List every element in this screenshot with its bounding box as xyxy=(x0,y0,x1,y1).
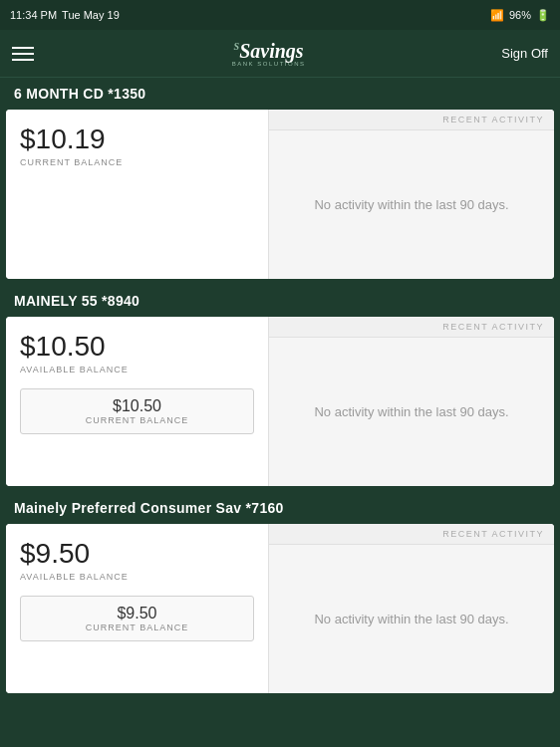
battery-icon: 🔋 xyxy=(536,9,550,22)
wifi-icon: 📶 xyxy=(490,9,504,22)
balance-label-3: AVAILABLE BALANCE xyxy=(20,572,254,582)
battery-percent: 96% xyxy=(509,9,531,21)
hamburger-line-2 xyxy=(12,53,34,55)
account-title-3: Mainely Preferred Consumer Sav *7160 xyxy=(0,492,560,524)
account-section-1: 6 MONTH CD *1350 $10.19 CURRENT BALANCE … xyxy=(0,78,560,279)
account-card-1[interactable]: $10.19 CURRENT BALANCE RECENT ACTIVITY N… xyxy=(6,110,554,279)
recent-activity-header-3: RECENT ACTIVITY xyxy=(269,524,554,545)
recent-activity-header-1: RECENT ACTIVITY xyxy=(269,110,554,130)
current-balance-box-3: $9.50 CURRENT BALANCE xyxy=(20,596,254,641)
account-section-2: MAINELY 55 *8940 $10.50 AVAILABLE BALANC… xyxy=(0,285,560,486)
card-left-1: $10.19 CURRENT BALANCE xyxy=(6,110,269,279)
hamburger-line-3 xyxy=(12,59,34,61)
status-bar: 11:34 PM Tue May 19 📶 96% 🔋 xyxy=(0,0,560,30)
no-activity-text-3: No activity within the last 90 days. xyxy=(269,545,554,693)
account-card-3[interactable]: $9.50 AVAILABLE BALANCE $9.50 CURRENT BA… xyxy=(6,524,554,693)
logo-main: SSavings xyxy=(234,41,304,61)
card-left-3: $9.50 AVAILABLE BALANCE $9.50 CURRENT BA… xyxy=(6,524,269,693)
hamburger-line-1 xyxy=(12,47,34,49)
card-right-2: RECENT ACTIVITY No activity within the l… xyxy=(269,317,554,486)
card-right-3: RECENT ACTIVITY No activity within the l… xyxy=(269,524,554,693)
accounts-content: 6 MONTH CD *1350 $10.19 CURRENT BALANCE … xyxy=(0,78,560,747)
current-balance-amount-2: $10.50 xyxy=(31,397,243,415)
balance-label-1: CURRENT BALANCE xyxy=(20,157,254,167)
app-header: SSavings Bank Solutions Sign Off xyxy=(0,30,560,78)
balance-amount-2: $10.50 xyxy=(20,331,254,363)
recent-activity-header-2: RECENT ACTIVITY xyxy=(269,317,554,338)
status-left: 11:34 PM Tue May 19 xyxy=(10,9,120,21)
card-right-1: RECENT ACTIVITY No activity within the l… xyxy=(269,110,554,279)
no-activity-text-1: No activity within the last 90 days. xyxy=(269,130,554,279)
logo-sub: Bank Solutions xyxy=(232,61,306,67)
sign-off-button[interactable]: Sign Off xyxy=(501,46,548,61)
date: Tue May 19 xyxy=(62,9,120,21)
current-balance-label-2: CURRENT BALANCE xyxy=(31,415,243,425)
current-balance-label-3: CURRENT BALANCE xyxy=(31,622,243,632)
current-balance-box-2: $10.50 CURRENT BALANCE xyxy=(20,388,254,434)
no-activity-text-2: No activity within the last 90 days. xyxy=(269,338,554,486)
balance-amount-1: $10.19 xyxy=(20,124,254,155)
account-card-2[interactable]: $10.50 AVAILABLE BALANCE $10.50 CURRENT … xyxy=(6,317,554,486)
card-left-2: $10.50 AVAILABLE BALANCE $10.50 CURRENT … xyxy=(6,317,269,486)
menu-button[interactable] xyxy=(12,47,36,61)
account-title-2: MAINELY 55 *8940 xyxy=(0,285,560,317)
balance-amount-3: $9.50 xyxy=(20,538,254,570)
account-section-3: Mainely Preferred Consumer Sav *7160 $9.… xyxy=(0,492,560,693)
time: 11:34 PM xyxy=(10,9,57,21)
balance-label-2: AVAILABLE BALANCE xyxy=(20,365,254,374)
status-right: 📶 96% 🔋 xyxy=(490,9,550,22)
current-balance-amount-3: $9.50 xyxy=(31,605,243,622)
app-logo: SSavings Bank Solutions xyxy=(232,41,306,67)
account-title-1: 6 MONTH CD *1350 xyxy=(0,78,560,110)
